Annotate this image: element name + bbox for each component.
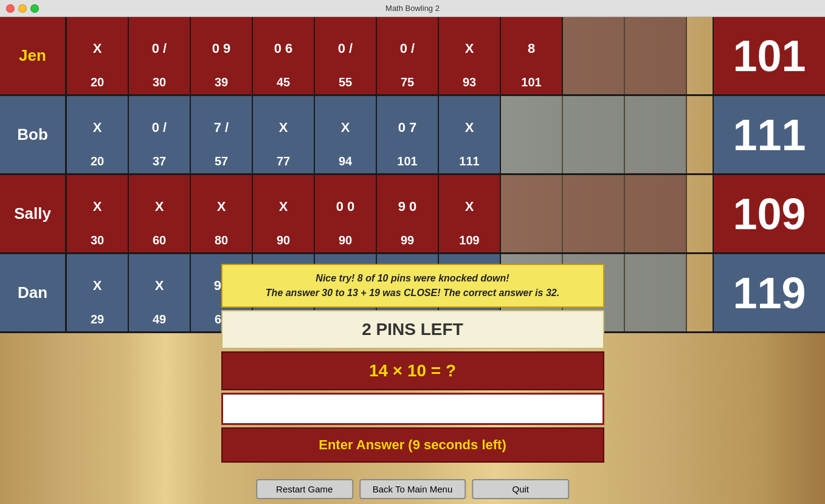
- frame-3-bottom: 57: [215, 154, 228, 168]
- frame-5-bottom: 90: [339, 233, 352, 247]
- frame-6-bottom: 99: [401, 233, 414, 247]
- frame-8: [501, 175, 563, 252]
- frame-2-bottom: 30: [153, 75, 166, 89]
- frame-10: [625, 96, 687, 173]
- answer-input[interactable]: [230, 402, 595, 416]
- player-name-jen: Jen: [0, 17, 67, 94]
- frame-2-top: 0 /: [152, 101, 167, 154]
- feedback-line1: Nice try! 8 of 10 pins were knocked down…: [232, 271, 593, 286]
- frame-6-bottom: 101: [397, 154, 417, 168]
- close-button[interactable]: [6, 4, 15, 13]
- window-controls: [6, 4, 39, 13]
- frame-4: 0 645: [253, 17, 315, 94]
- frame-8: [501, 96, 563, 173]
- frame-1-top: X: [93, 259, 102, 312]
- frame-7-bottom: 111: [459, 154, 479, 168]
- window-title: Math Bowling 2: [385, 4, 440, 13]
- frame-5: X94: [315, 96, 377, 173]
- frame-1-bottom: 29: [91, 312, 104, 326]
- frame-10: [625, 254, 687, 331]
- pins-left-box: 2 PINS LEFT: [221, 310, 604, 349]
- frame-2: X60: [129, 175, 191, 252]
- frame-3-top: 7 /: [214, 101, 229, 154]
- frame-1-bottom: 20: [91, 75, 104, 89]
- frame-3-bottom: 39: [215, 75, 228, 89]
- player-row-bob: BobX200 /377 /57X77X940 7101X111111: [0, 96, 825, 175]
- frames-area: X30X60X80X900 0909 099X109: [67, 175, 713, 252]
- frame-2-bottom: 60: [153, 233, 166, 247]
- frame-8-top: 8: [528, 22, 535, 75]
- frames-area: X200 /377 /57X77X940 7101X111: [67, 96, 713, 173]
- frame-9: [563, 17, 625, 94]
- frame-4-bottom: 90: [277, 233, 290, 247]
- frame-7-bottom: 109: [459, 233, 479, 247]
- restart-button[interactable]: Restart Game: [256, 479, 353, 499]
- player-name-sally: Sally: [0, 175, 67, 252]
- enter-answer-button[interactable]: Enter Answer (9 seconds left): [221, 427, 604, 463]
- frame-1-bottom: 20: [91, 154, 104, 168]
- frame-7-bottom: 93: [463, 75, 476, 89]
- frame-3: 0 939: [191, 17, 253, 94]
- frame-5-top: 0 0: [336, 180, 355, 233]
- frame-3: X80: [191, 175, 253, 252]
- frame-5: 0 /55: [315, 17, 377, 94]
- frame-8-bottom: 101: [521, 75, 541, 89]
- maximize-button[interactable]: [30, 4, 39, 13]
- frame-3-bottom: 80: [215, 233, 228, 247]
- frame-4-top: X: [279, 101, 288, 154]
- frame-7: X111: [439, 96, 501, 173]
- frame-4-top: 0 6: [274, 22, 293, 75]
- frame-2-top: 0 /: [152, 22, 167, 75]
- answer-input-container: [221, 393, 604, 425]
- frame-4: X77: [253, 96, 315, 173]
- frame-5-top: 0 /: [338, 22, 353, 75]
- frame-2-top: X: [155, 259, 164, 312]
- frame-3: 7 /57: [191, 96, 253, 173]
- frame-1: X30: [67, 175, 129, 252]
- frame-5-bottom: 55: [339, 75, 352, 89]
- frame-4-top: X: [279, 180, 288, 233]
- player-name-dan: Dan: [0, 254, 67, 331]
- frame-2-bottom: 49: [153, 312, 166, 326]
- frame-9: [563, 96, 625, 173]
- frame-5-bottom: 94: [339, 154, 352, 168]
- frame-6-top: 0 7: [398, 101, 417, 154]
- math-question-box: 14 × 10 = ?: [221, 351, 604, 390]
- frames-area: X200 /300 9390 6450 /550 /75X938101: [67, 17, 713, 94]
- frame-6: 0 /75: [377, 17, 439, 94]
- frame-1: X20: [67, 17, 129, 94]
- frame-6: 0 7101: [377, 96, 439, 173]
- player-row-jen: JenX200 /300 9390 6450 /550 /75X93810110…: [0, 17, 825, 96]
- player-name-bob: Bob: [0, 96, 67, 173]
- frame-1-top: X: [93, 180, 102, 233]
- frame-7-top: X: [465, 22, 474, 75]
- score-total-bob: 111: [713, 96, 825, 173]
- minimize-button[interactable]: [18, 4, 27, 13]
- title-bar: Math Bowling 2: [0, 0, 825, 17]
- frame-10: [625, 17, 687, 94]
- dialog-area: Nice try! 8 of 10 pins were knocked down…: [221, 264, 604, 468]
- frame-5-top: X: [341, 101, 350, 154]
- frame-2-top: X: [155, 180, 164, 233]
- frame-10: [625, 175, 687, 252]
- back-to-main-button[interactable]: Back To Main Menu: [359, 479, 466, 499]
- frame-5: 0 090: [315, 175, 377, 252]
- frame-7: X93: [439, 17, 501, 94]
- frame-1-top: X: [93, 101, 102, 154]
- frame-6-bottom: 75: [401, 75, 414, 89]
- frame-2: 0 /37: [129, 96, 191, 173]
- frame-1-top: X: [93, 22, 102, 75]
- quit-button[interactable]: Quit: [472, 479, 569, 499]
- score-total-sally: 109: [713, 175, 825, 252]
- feedback-box: Nice try! 8 of 10 pins were knocked down…: [221, 264, 604, 308]
- frame-4: X90: [253, 175, 315, 252]
- frame-7: X109: [439, 175, 501, 252]
- frame-8: 8101: [501, 17, 563, 94]
- frame-2: 0 /30: [129, 17, 191, 94]
- frame-2-bottom: 37: [153, 154, 166, 168]
- frame-9: [563, 175, 625, 252]
- score-total-dan: 119: [713, 254, 825, 331]
- frame-1-bottom: 30: [91, 233, 104, 247]
- frame-7-top: X: [465, 180, 474, 233]
- feedback-line2: The answer 30 to 13 + 19 was CLOSE! The …: [232, 286, 593, 300]
